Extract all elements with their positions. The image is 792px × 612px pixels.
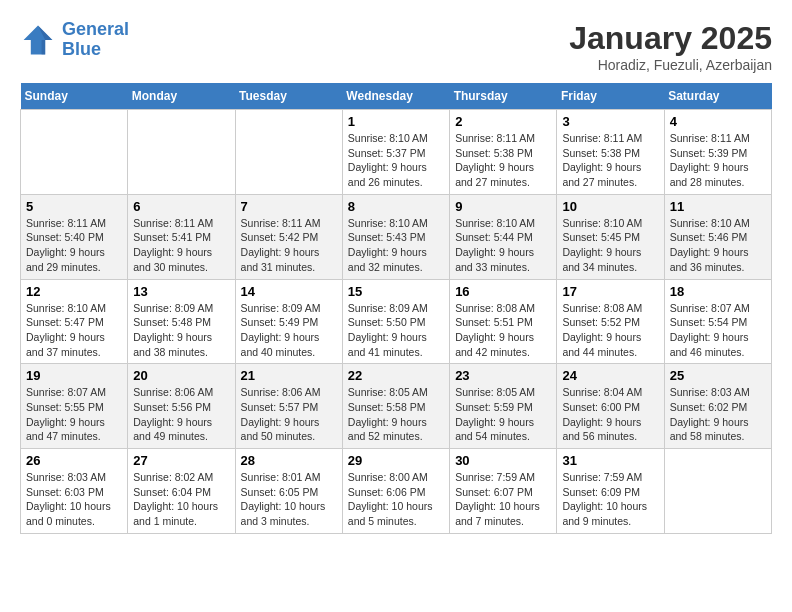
day-cell — [21, 110, 128, 195]
header-cell-monday: Monday — [128, 83, 235, 110]
day-info: Sunrise: 8:09 AM Sunset: 5:50 PM Dayligh… — [348, 301, 444, 360]
day-info: Sunrise: 8:03 AM Sunset: 6:02 PM Dayligh… — [670, 385, 766, 444]
day-cell: 11Sunrise: 8:10 AM Sunset: 5:46 PM Dayli… — [664, 194, 771, 279]
day-number: 3 — [562, 114, 658, 129]
header-cell-tuesday: Tuesday — [235, 83, 342, 110]
day-cell — [235, 110, 342, 195]
day-cell: 29Sunrise: 8:00 AM Sunset: 6:06 PM Dayli… — [342, 449, 449, 534]
day-number: 19 — [26, 368, 122, 383]
day-cell: 12Sunrise: 8:10 AM Sunset: 5:47 PM Dayli… — [21, 279, 128, 364]
day-cell: 26Sunrise: 8:03 AM Sunset: 6:03 PM Dayli… — [21, 449, 128, 534]
day-cell: 9Sunrise: 8:10 AM Sunset: 5:44 PM Daylig… — [450, 194, 557, 279]
day-cell: 7Sunrise: 8:11 AM Sunset: 5:42 PM Daylig… — [235, 194, 342, 279]
day-info: Sunrise: 8:10 AM Sunset: 5:45 PM Dayligh… — [562, 216, 658, 275]
calendar-title: January 2025 — [569, 20, 772, 57]
day-cell: 2Sunrise: 8:11 AM Sunset: 5:38 PM Daylig… — [450, 110, 557, 195]
day-cell: 25Sunrise: 8:03 AM Sunset: 6:02 PM Dayli… — [664, 364, 771, 449]
day-cell: 16Sunrise: 8:08 AM Sunset: 5:51 PM Dayli… — [450, 279, 557, 364]
day-info: Sunrise: 8:06 AM Sunset: 5:56 PM Dayligh… — [133, 385, 229, 444]
day-number: 29 — [348, 453, 444, 468]
day-number: 14 — [241, 284, 337, 299]
day-number: 28 — [241, 453, 337, 468]
day-info: Sunrise: 8:10 AM Sunset: 5:44 PM Dayligh… — [455, 216, 551, 275]
day-info: Sunrise: 8:05 AM Sunset: 5:59 PM Dayligh… — [455, 385, 551, 444]
day-info: Sunrise: 8:00 AM Sunset: 6:06 PM Dayligh… — [348, 470, 444, 529]
day-info: Sunrise: 8:10 AM Sunset: 5:37 PM Dayligh… — [348, 131, 444, 190]
day-cell: 13Sunrise: 8:09 AM Sunset: 5:48 PM Dayli… — [128, 279, 235, 364]
day-info: Sunrise: 8:11 AM Sunset: 5:38 PM Dayligh… — [455, 131, 551, 190]
logo-line2: Blue — [62, 39, 101, 59]
calendar-body: 1Sunrise: 8:10 AM Sunset: 5:37 PM Daylig… — [21, 110, 772, 534]
day-cell: 31Sunrise: 7:59 AM Sunset: 6:09 PM Dayli… — [557, 449, 664, 534]
day-number: 5 — [26, 199, 122, 214]
day-cell: 21Sunrise: 8:06 AM Sunset: 5:57 PM Dayli… — [235, 364, 342, 449]
day-cell: 28Sunrise: 8:01 AM Sunset: 6:05 PM Dayli… — [235, 449, 342, 534]
day-cell: 23Sunrise: 8:05 AM Sunset: 5:59 PM Dayli… — [450, 364, 557, 449]
day-info: Sunrise: 8:03 AM Sunset: 6:03 PM Dayligh… — [26, 470, 122, 529]
day-number: 16 — [455, 284, 551, 299]
header-row: SundayMondayTuesdayWednesdayThursdayFrid… — [21, 83, 772, 110]
day-cell: 8Sunrise: 8:10 AM Sunset: 5:43 PM Daylig… — [342, 194, 449, 279]
day-info: Sunrise: 8:10 AM Sunset: 5:43 PM Dayligh… — [348, 216, 444, 275]
day-number: 4 — [670, 114, 766, 129]
day-number: 9 — [455, 199, 551, 214]
week-row-1: 1Sunrise: 8:10 AM Sunset: 5:37 PM Daylig… — [21, 110, 772, 195]
calendar-header: SundayMondayTuesdayWednesdayThursdayFrid… — [21, 83, 772, 110]
logo-line1: General — [62, 19, 129, 39]
header-cell-saturday: Saturday — [664, 83, 771, 110]
day-info: Sunrise: 8:07 AM Sunset: 5:54 PM Dayligh… — [670, 301, 766, 360]
day-number: 20 — [133, 368, 229, 383]
day-number: 1 — [348, 114, 444, 129]
day-cell: 22Sunrise: 8:05 AM Sunset: 5:58 PM Dayli… — [342, 364, 449, 449]
day-info: Sunrise: 8:11 AM Sunset: 5:42 PM Dayligh… — [241, 216, 337, 275]
logo: General Blue — [20, 20, 129, 60]
day-info: Sunrise: 8:05 AM Sunset: 5:58 PM Dayligh… — [348, 385, 444, 444]
logo-icon — [20, 22, 56, 58]
day-info: Sunrise: 8:10 AM Sunset: 5:46 PM Dayligh… — [670, 216, 766, 275]
day-number: 8 — [348, 199, 444, 214]
header-cell-friday: Friday — [557, 83, 664, 110]
day-info: Sunrise: 8:09 AM Sunset: 5:49 PM Dayligh… — [241, 301, 337, 360]
day-number: 26 — [26, 453, 122, 468]
day-info: Sunrise: 8:11 AM Sunset: 5:38 PM Dayligh… — [562, 131, 658, 190]
day-cell: 5Sunrise: 8:11 AM Sunset: 5:40 PM Daylig… — [21, 194, 128, 279]
day-number: 10 — [562, 199, 658, 214]
day-number: 6 — [133, 199, 229, 214]
day-number: 24 — [562, 368, 658, 383]
day-number: 31 — [562, 453, 658, 468]
day-info: Sunrise: 8:10 AM Sunset: 5:47 PM Dayligh… — [26, 301, 122, 360]
day-info: Sunrise: 8:06 AM Sunset: 5:57 PM Dayligh… — [241, 385, 337, 444]
week-row-3: 12Sunrise: 8:10 AM Sunset: 5:47 PM Dayli… — [21, 279, 772, 364]
day-info: Sunrise: 8:02 AM Sunset: 6:04 PM Dayligh… — [133, 470, 229, 529]
day-cell: 10Sunrise: 8:10 AM Sunset: 5:45 PM Dayli… — [557, 194, 664, 279]
day-info: Sunrise: 8:01 AM Sunset: 6:05 PM Dayligh… — [241, 470, 337, 529]
day-number: 12 — [26, 284, 122, 299]
week-row-5: 26Sunrise: 8:03 AM Sunset: 6:03 PM Dayli… — [21, 449, 772, 534]
title-block: January 2025 Horadiz, Fuezuli, Azerbaija… — [569, 20, 772, 73]
header-cell-wednesday: Wednesday — [342, 83, 449, 110]
week-row-4: 19Sunrise: 8:07 AM Sunset: 5:55 PM Dayli… — [21, 364, 772, 449]
day-number: 25 — [670, 368, 766, 383]
day-number: 7 — [241, 199, 337, 214]
logo-text: General Blue — [62, 20, 129, 60]
day-info: Sunrise: 8:11 AM Sunset: 5:40 PM Dayligh… — [26, 216, 122, 275]
header-cell-thursday: Thursday — [450, 83, 557, 110]
day-number: 13 — [133, 284, 229, 299]
day-info: Sunrise: 7:59 AM Sunset: 6:09 PM Dayligh… — [562, 470, 658, 529]
day-cell: 17Sunrise: 8:08 AM Sunset: 5:52 PM Dayli… — [557, 279, 664, 364]
day-cell: 6Sunrise: 8:11 AM Sunset: 5:41 PM Daylig… — [128, 194, 235, 279]
day-info: Sunrise: 8:11 AM Sunset: 5:41 PM Dayligh… — [133, 216, 229, 275]
page-header: General Blue January 2025 Horadiz, Fuezu… — [20, 20, 772, 73]
day-number: 18 — [670, 284, 766, 299]
day-cell: 3Sunrise: 8:11 AM Sunset: 5:38 PM Daylig… — [557, 110, 664, 195]
calendar-subtitle: Horadiz, Fuezuli, Azerbaijan — [569, 57, 772, 73]
day-number: 23 — [455, 368, 551, 383]
day-number: 2 — [455, 114, 551, 129]
day-cell: 14Sunrise: 8:09 AM Sunset: 5:49 PM Dayli… — [235, 279, 342, 364]
day-cell: 20Sunrise: 8:06 AM Sunset: 5:56 PM Dayli… — [128, 364, 235, 449]
day-number: 17 — [562, 284, 658, 299]
day-info: Sunrise: 8:04 AM Sunset: 6:00 PM Dayligh… — [562, 385, 658, 444]
day-number: 21 — [241, 368, 337, 383]
day-cell: 27Sunrise: 8:02 AM Sunset: 6:04 PM Dayli… — [128, 449, 235, 534]
day-cell: 30Sunrise: 7:59 AM Sunset: 6:07 PM Dayli… — [450, 449, 557, 534]
